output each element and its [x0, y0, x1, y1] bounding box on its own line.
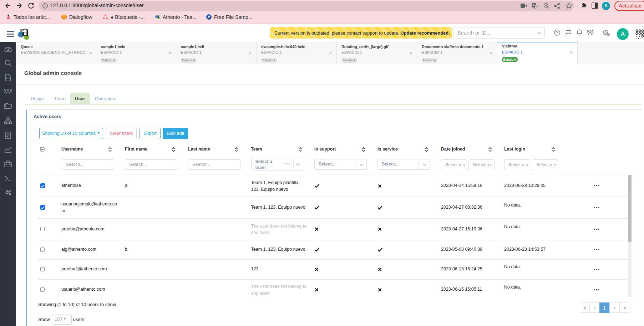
svg-text:a: a: [22, 27, 29, 40]
svg-text:a: a: [157, 15, 159, 19]
